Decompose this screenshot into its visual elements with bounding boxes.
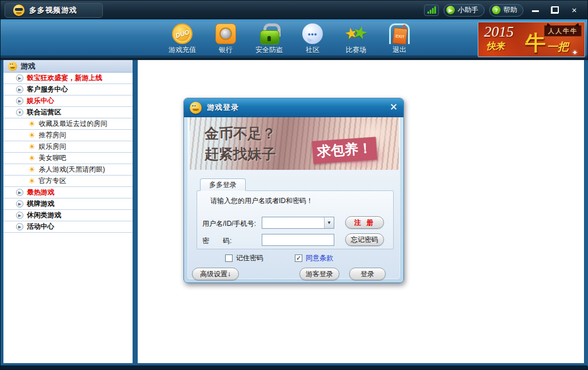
expand-arrow-icon[interactable]: ▶ — [16, 86, 23, 93]
close-button[interactable]: × — [567, 4, 582, 17]
sidebar-item[interactable]: ☀娱乐房间 — [3, 141, 133, 153]
toolbar-item-label: 安全防盗 — [255, 45, 283, 55]
smiley-icon — [8, 62, 17, 71]
collapse-arrow-icon[interactable]: ▼ — [16, 109, 23, 116]
expand-arrow-icon[interactable]: ▶ — [16, 97, 23, 105]
expand-arrow-icon[interactable]: ▶ — [16, 223, 23, 230]
chevron-down-icon[interactable]: ▼ — [324, 217, 334, 228]
promo-year: 2015 — [484, 23, 514, 41]
advanced-settings-button[interactable]: 高级设置↓ — [192, 268, 239, 280]
sidebar-item-label: 娱乐中心 — [27, 96, 54, 106]
sun-icon[interactable]: ☀ — [29, 154, 35, 162]
sidebar-item[interactable]: ▶最热游戏 — [3, 187, 133, 198]
sidebar-item-label: 杀人游戏(天黑请闭眼) — [39, 165, 105, 174]
titlebar-controls: ▶ 小助手 ? 帮助 × — [424, 4, 582, 17]
sidebar-header-label: 游戏 — [21, 61, 35, 71]
dialog-ad-photo[interactable]: 金币不足？ 赶紧找妹子 求包养！ — [190, 117, 399, 170]
titlebar: 多多视频游戏 ▶ 小助手 ? 帮助 × — [1, 1, 587, 19]
tab-duoduo-login[interactable]: 多多登录 — [200, 178, 246, 191]
sidebar-item[interactable]: ☀官方专区 — [3, 176, 133, 187]
username-label: 用户名/ID/手机号: — [202, 219, 256, 229]
toolbar-item-label: 比赛场 — [346, 45, 366, 55]
forgot-password-button[interactable]: 忘记密码 — [345, 233, 384, 246]
login-dialog: 游戏登录 ✕ 金币不足？ 赶紧找妹子 求包养！ 多多登录 请输入您的用户名或者I… — [183, 98, 404, 283]
toolbar: DUO游戏充值银行安全防盗•••社区★★比赛场退出 2015 快来 牛 一把 人… — [1, 21, 587, 58]
sidebar-item-label: 推荐房间 — [39, 130, 66, 140]
app-window: 多多视频游戏 ▶ 小助手 ? 帮助 × DUO游戏充值银行安全防盗•••社区★★… — [0, 0, 588, 370]
sun-icon[interactable]: ☀ — [29, 132, 35, 139]
sidebar-item[interactable]: ▶娱乐中心 — [3, 96, 133, 107]
toolbar-item-label: 游戏充值 — [169, 45, 196, 55]
sidebar-item-label: 官方专区 — [39, 176, 66, 186]
bottom-strip — [1, 365, 587, 369]
username-input[interactable] — [262, 217, 324, 228]
login-instruction: 请输入您的用户名或者ID和密码！ — [210, 196, 313, 206]
sparkle-icon: ✦ — [572, 49, 578, 57]
app-logo-box: 多多视频游戏 — [5, 3, 103, 18]
sidebar-item[interactable]: ▶客户服务中心 — [3, 84, 133, 96]
promo-banner[interactable]: 2015 快来 牛 一把 人人牛牛 ✦ — [478, 22, 585, 57]
exit-door-icon — [389, 23, 410, 44]
question-icon: ? — [492, 6, 501, 14]
sidebar-item-label: 联合运营区 — [27, 108, 61, 117]
password-input[interactable] — [262, 234, 334, 246]
guest-login-button[interactable]: 游客登录 — [299, 268, 339, 280]
sidebar-header-games[interactable]: 游戏 — [3, 60, 133, 73]
dialog-title: 游戏登录 — [207, 102, 239, 113]
promo-badge: 人人牛牛 — [544, 25, 582, 37]
sidebar-item[interactable]: ☀美女聊吧 — [3, 153, 133, 164]
security-lock-icon — [259, 23, 279, 44]
register-button[interactable]: 注 册 — [345, 216, 384, 229]
sun-icon[interactable]: ☀ — [29, 166, 35, 173]
expand-arrow-icon[interactable]: ▶ — [16, 212, 23, 219]
sidebar-item-label: 收藏及最近去过的房间 — [39, 119, 107, 129]
sidebar-item-label: 最热游戏 — [27, 188, 54, 197]
sidebar-item[interactable]: ☀收藏及最近去过的房间 — [3, 118, 133, 130]
sidebar: 游戏 ▶骰宝狂欢盛宴，新游上线▶客户服务中心▶娱乐中心▼联合运营区☀收藏及最近去… — [3, 60, 133, 363]
sidebar-item-label: 娱乐房间 — [39, 142, 66, 152]
restore-button[interactable] — [547, 4, 562, 17]
sidebar-item[interactable]: ☀推荐房间 — [3, 130, 133, 141]
recharge-coin-icon: DUO — [172, 23, 193, 44]
checkbox-unchecked-icon[interactable] — [225, 254, 233, 262]
sun-icon[interactable]: ☀ — [29, 120, 35, 128]
sun-icon[interactable]: ☀ — [29, 143, 35, 150]
sidebar-main-divider — [133, 60, 138, 363]
sidebar-item[interactable]: ☀杀人游戏(天黑请闭眼) — [3, 164, 133, 176]
sidebar-item-label: 美女聊吧 — [39, 153, 66, 163]
agree-terms-checkbox[interactable]: ✓ 同意条款 — [295, 253, 333, 263]
remember-password-checkbox[interactable]: 记住密码 — [225, 253, 263, 263]
minimize-button[interactable] — [528, 4, 543, 17]
expand-arrow-icon[interactable]: ▶ — [16, 200, 23, 208]
toolbar-item-recharge-coin[interactable]: DUO游戏充值 — [162, 22, 202, 55]
sidebar-item-label: 骰宝狂欢盛宴，新游上线 — [27, 73, 102, 83]
sidebar-item[interactable]: ▶活动中心 — [3, 221, 133, 233]
play-icon: ▶ — [446, 6, 455, 14]
sidebar-item[interactable]: ▶骰宝狂欢盛宴，新游上线 — [3, 73, 133, 84]
dialog-titlebar[interactable]: 游戏登录 ✕ — [184, 98, 403, 117]
checkbox-checked-icon[interactable]: ✓ — [295, 254, 302, 262]
toolbar-item-arena-stars[interactable]: ★★比赛场 — [336, 22, 376, 55]
expand-arrow-icon[interactable]: ▶ — [16, 189, 23, 196]
sidebar-item[interactable]: ▶休闲类游戏 — [3, 210, 133, 221]
assistant-button[interactable]: ▶ 小助手 — [443, 4, 485, 17]
sidebar-item-label: 休闲类游戏 — [27, 210, 61, 220]
expand-arrow-icon[interactable]: ▶ — [16, 74, 23, 82]
arena-stars-icon: ★★ — [346, 23, 366, 44]
toolbar-item-community-bubble[interactable]: •••社区 — [293, 22, 333, 55]
toolbar-item-bank-safe[interactable]: 银行 — [206, 22, 246, 55]
dialog-smiley-icon — [190, 102, 202, 114]
sidebar-item[interactable]: ▼联合运营区 — [3, 107, 133, 118]
sidebar-list: ▶骰宝狂欢盛宴，新游上线▶客户服务中心▶娱乐中心▼联合运营区☀收藏及最近去过的房… — [3, 73, 133, 233]
login-button[interactable]: 登录 — [349, 268, 386, 280]
help-button[interactable]: ? 帮助 — [489, 4, 523, 17]
community-bubble-icon: ••• — [302, 23, 323, 44]
network-signal-icon[interactable] — [424, 5, 439, 16]
dialog-close-button[interactable]: ✕ — [390, 102, 398, 113]
password-label: 密 码: — [202, 236, 231, 246]
toolbar-item-security-lock[interactable]: 安全防盗 — [249, 22, 289, 55]
sidebar-item[interactable]: ▶棋牌游戏 — [3, 198, 133, 210]
toolbar-item-exit-door[interactable]: 退出 — [379, 22, 419, 55]
sun-icon[interactable]: ☀ — [29, 177, 35, 185]
promo-tagline-suffix: 一把 — [547, 39, 569, 54]
